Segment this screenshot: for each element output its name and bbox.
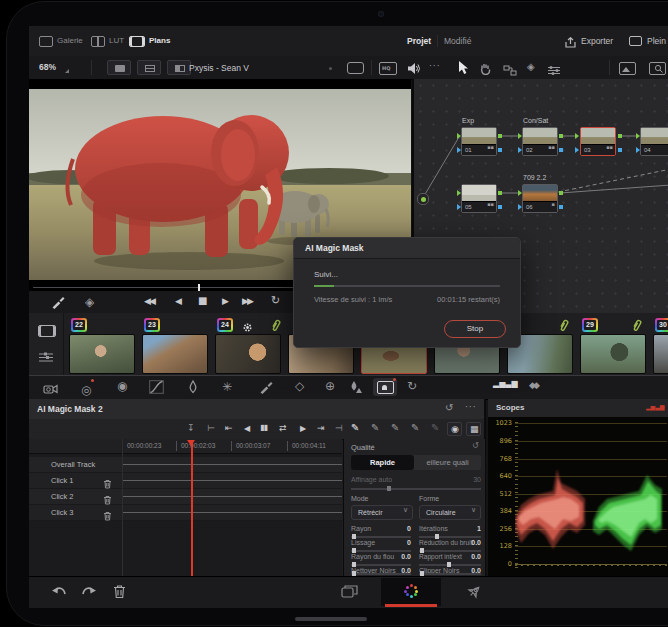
stop-button[interactable]: Stop xyxy=(444,320,506,338)
viewer-mode-icon[interactable] xyxy=(347,62,364,74)
reset-icon[interactable]: ↺ xyxy=(445,403,453,413)
audio-icon[interactable] xyxy=(407,61,421,79)
delete-icon[interactable] xyxy=(113,584,126,603)
proxy-quality-button[interactable]: HQ xyxy=(379,62,397,75)
node-02[interactable]: 02▪▪ xyxy=(522,127,558,156)
waveform-scope[interactable]: 1023 896 768 640 512 384 256 128 0 xyxy=(488,417,668,576)
track-bidirectional-icon[interactable]: ⇄ xyxy=(279,424,287,433)
prev-frame-icon[interactable]: ◀ xyxy=(175,297,182,306)
quality-segmented-control[interactable]: Rapide eilleure quali xyxy=(351,455,481,470)
range-end-icon[interactable]: ⊣ xyxy=(335,424,343,433)
layers-icon[interactable]: ◈ xyxy=(527,62,535,72)
add-track-point-icon[interactable]: ↧ xyxy=(187,424,195,433)
track-row[interactable]: Click 3 xyxy=(29,505,342,521)
eyedropper-icon[interactable] xyxy=(259,380,273,398)
track-row[interactable]: Click 2 xyxy=(29,489,342,505)
color-wheels-icon[interactable]: ◎ xyxy=(81,380,91,398)
keyframes-icon[interactable]: ◆◆ xyxy=(529,381,537,390)
dialog-titlebar[interactable]: AI Magic Mask xyxy=(294,238,520,259)
more-options-icon[interactable]: ··· xyxy=(429,62,441,71)
track-reverse-icon[interactable]: ◀ xyxy=(244,425,250,433)
mask-preview-button[interactable]: ◉ xyxy=(447,422,462,436)
param-slider[interactable] xyxy=(351,550,411,552)
clip-thumbnail[interactable] xyxy=(69,334,135,374)
node-04[interactable]: 04 xyxy=(640,127,668,156)
hand-tool-icon[interactable] xyxy=(479,61,492,79)
magic-mask-tool-selected[interactable] xyxy=(373,378,397,396)
clip-thumbnail[interactable] xyxy=(215,334,281,374)
loop-icon[interactable]: ↻ xyxy=(271,295,280,306)
undo-icon[interactable] xyxy=(51,585,67,603)
color-page-tab-active[interactable] xyxy=(381,578,441,606)
hdr-wheels-icon[interactable]: ◉ xyxy=(117,380,127,392)
skip-back-icon[interactable]: ◀◀ xyxy=(144,297,154,306)
scope-mode-icon[interactable]: ▂▅▃▆ xyxy=(646,404,664,410)
power-window-icon[interactable]: ◇ xyxy=(295,380,304,392)
redo-icon[interactable] xyxy=(81,585,97,603)
scrubber-playhead[interactable] xyxy=(198,284,200,291)
clip-thumbnail[interactable] xyxy=(653,334,668,374)
clip-thumbnail[interactable] xyxy=(580,334,646,374)
stroke-refine-add-icon[interactable]: ✎ xyxy=(391,423,399,433)
picker-icon[interactable] xyxy=(51,295,65,313)
param-slider[interactable] xyxy=(419,550,481,552)
track-forward-to-end-icon[interactable]: ⇥ xyxy=(317,424,325,433)
lut-preview-icon[interactable] xyxy=(649,62,666,75)
source-node-dot[interactable] xyxy=(417,193,429,205)
quality-reset-icon[interactable]: ↺ xyxy=(472,442,479,450)
fullscreen-button[interactable]: Plein écran xyxy=(629,33,668,49)
blur-icon[interactable] xyxy=(349,380,363,398)
mask-overlay-button[interactable]: ▦ xyxy=(466,422,481,436)
param-slider[interactable] xyxy=(351,564,411,566)
node-05[interactable]: 05▪▪ xyxy=(461,184,497,213)
stroke-refine-subtract-icon[interactable]: ✎ xyxy=(411,423,419,433)
pause-icon[interactable]: ▮▮ xyxy=(260,424,267,432)
play-icon[interactable]: ▶ xyxy=(222,297,229,306)
param-slider[interactable] xyxy=(419,536,481,538)
tracker-icon[interactable]: ⊕ xyxy=(325,380,335,392)
stop-icon[interactable]: ■ xyxy=(198,296,207,306)
node-01[interactable]: 01▪▪ xyxy=(461,127,497,156)
clip-thumbnail[interactable] xyxy=(142,334,208,374)
cut-page-icon[interactable] xyxy=(341,585,359,603)
track-reverse-to-start-icon[interactable]: ⇤ xyxy=(225,424,233,433)
param-slider[interactable] xyxy=(419,573,481,575)
shape-dropdown[interactable]: Circulaire ∨ xyxy=(419,505,481,520)
curves-icon[interactable] xyxy=(149,380,164,398)
refine-slider[interactable] xyxy=(351,488,481,490)
stroke-subtract-icon[interactable]: ✎ xyxy=(371,423,379,433)
track-forward-icon[interactable]: ▶ xyxy=(300,425,306,433)
wipe-modes-icon[interactable]: ◈ xyxy=(85,296,94,308)
slider-handle[interactable] xyxy=(387,486,391,491)
warper-icon[interactable]: ✳ xyxy=(222,381,232,393)
clips-view-icon[interactable] xyxy=(38,325,56,337)
param-slider[interactable] xyxy=(351,573,411,575)
qualifier-icon[interactable] xyxy=(187,380,199,398)
param-slider[interactable] xyxy=(419,564,481,566)
stroke-eraser-icon[interactable]: ✎ xyxy=(431,423,439,433)
range-start-icon[interactable]: ⊢ xyxy=(207,424,215,433)
timeline-view-icon[interactable] xyxy=(38,349,54,367)
nodes-icon[interactable] xyxy=(503,62,517,80)
refresh-tool-icon[interactable]: ↻ xyxy=(407,380,417,392)
stills-icon[interactable] xyxy=(619,62,636,75)
stroke-add-icon[interactable]: ✎ xyxy=(351,423,359,433)
home-indicator[interactable] xyxy=(295,617,367,621)
camera-raw-icon[interactable] xyxy=(43,381,59,399)
node-06[interactable]: 06▪ xyxy=(522,184,558,213)
scopes-toggle-icon[interactable]: ▂▅▃▆ xyxy=(493,380,518,388)
param-slider[interactable] xyxy=(351,536,411,538)
panel-more-icon[interactable]: ··· xyxy=(465,403,477,412)
cursor-tool-icon[interactable] xyxy=(457,60,470,79)
skip-fwd-icon[interactable]: ▶▶ xyxy=(242,297,252,306)
mixer-icon[interactable] xyxy=(547,62,561,80)
node-03-selected[interactable]: 03▪▪ xyxy=(580,127,616,156)
timeline-playhead[interactable] xyxy=(187,439,196,576)
track-row[interactable]: Overall Track xyxy=(29,457,342,473)
fusion-rocket-icon[interactable] xyxy=(465,584,482,605)
zoom-level-dropdown[interactable]: 68% xyxy=(37,60,71,75)
segment-best-quality[interactable]: eilleure quali xyxy=(414,455,481,470)
timeline-ruler[interactable]: 00:00:00:23 00:00:02:03 00:00:03:07 00:0… xyxy=(29,439,342,454)
track-row[interactable]: Click 1 xyxy=(29,473,342,489)
segment-rapide-selected[interactable]: Rapide xyxy=(351,455,414,470)
